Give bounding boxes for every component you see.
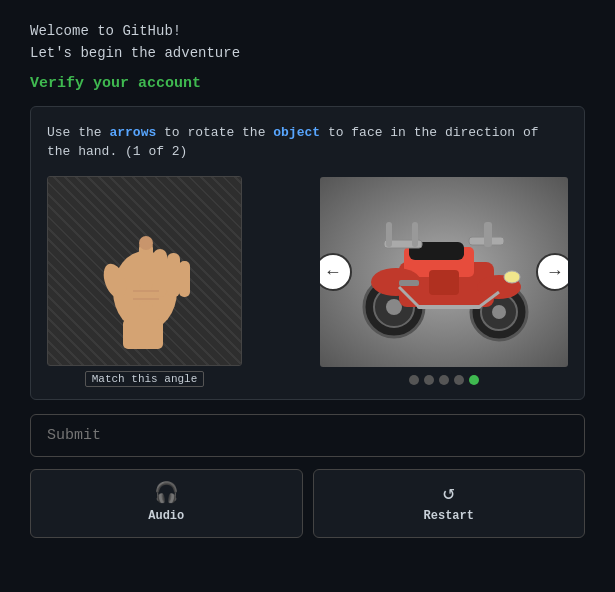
svg-rect-3 xyxy=(153,249,167,297)
dots-row xyxy=(409,375,479,385)
svg-rect-24 xyxy=(386,222,392,247)
dot-1[interactable] xyxy=(409,375,419,385)
audio-button[interactable]: 🎧 Audio xyxy=(30,469,303,538)
rotate-right-button[interactable]: → xyxy=(536,253,568,291)
instruction-text: Use the arrows to rotate the object to f… xyxy=(47,123,568,162)
dot-3[interactable] xyxy=(439,375,449,385)
instruction-part2: to rotate the xyxy=(156,125,273,140)
left-arrow-icon: ← xyxy=(328,262,339,282)
instruction-part1: Use the xyxy=(47,125,109,140)
svg-rect-30 xyxy=(399,280,419,286)
restart-label: Restart xyxy=(424,509,474,523)
svg-point-17 xyxy=(492,305,506,319)
puzzle-image-container: ← → xyxy=(320,177,568,385)
svg-rect-4 xyxy=(167,253,180,297)
restart-icon: ↺ xyxy=(443,484,455,504)
arrows-keyword: arrows xyxy=(109,125,156,140)
captcha-box: Use the arrows to rotate the object to f… xyxy=(30,106,585,400)
puzzle-bg xyxy=(320,177,568,367)
welcome-line1: Welcome to GitHub! xyxy=(30,20,585,42)
welcome-text: Welcome to GitHub! Let's begin the adven… xyxy=(30,20,585,65)
dot-2[interactable] xyxy=(424,375,434,385)
reference-image xyxy=(47,176,242,366)
hand-svg xyxy=(80,186,210,356)
right-arrow-icon: → xyxy=(550,262,561,282)
submit-input[interactable] xyxy=(30,414,585,457)
page-wrapper: Welcome to GitHub! Let's begin the adven… xyxy=(0,0,615,592)
bottom-buttons: 🎧 Audio ↺ Restart xyxy=(30,469,585,538)
headphones-icon: 🎧 xyxy=(154,484,179,504)
match-label: Match this angle xyxy=(85,371,205,387)
verify-title: Verify your account xyxy=(30,75,585,92)
puzzle-image: ← → xyxy=(320,177,568,367)
images-row: Match this angle xyxy=(47,176,568,387)
svg-rect-25 xyxy=(412,222,418,247)
svg-rect-9 xyxy=(123,319,163,349)
reference-image-container: Match this angle xyxy=(47,176,242,387)
svg-point-31 xyxy=(504,271,520,283)
svg-point-6 xyxy=(139,236,153,250)
audio-label: Audio xyxy=(148,509,184,523)
welcome-line2: Let's begin the adventure xyxy=(30,42,585,64)
svg-rect-22 xyxy=(484,222,492,247)
svg-rect-29 xyxy=(429,270,459,295)
object-keyword: object xyxy=(273,125,320,140)
dot-5-active[interactable] xyxy=(469,375,479,385)
restart-button[interactable]: ↺ Restart xyxy=(313,469,586,538)
atv-svg xyxy=(344,192,544,352)
hand-canvas xyxy=(48,177,241,365)
svg-rect-5 xyxy=(179,261,190,297)
dot-4[interactable] xyxy=(454,375,464,385)
